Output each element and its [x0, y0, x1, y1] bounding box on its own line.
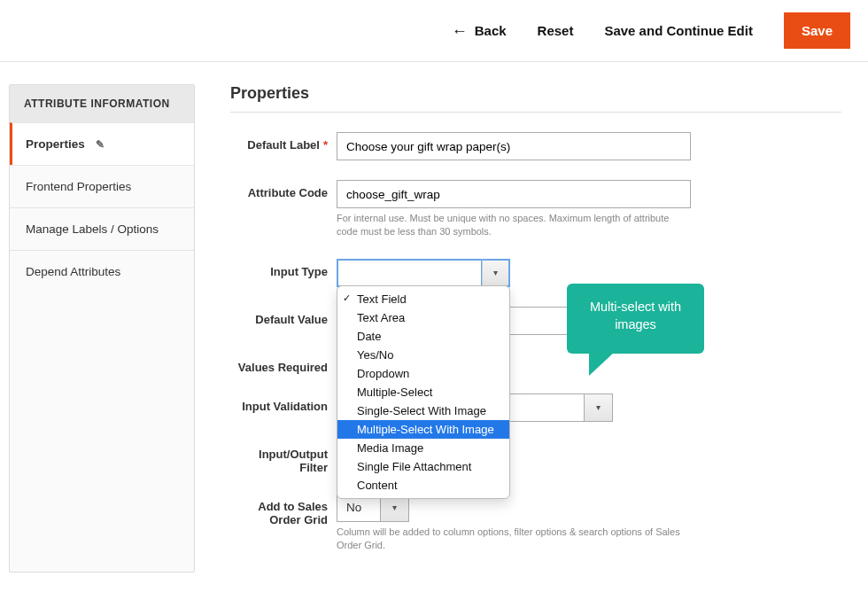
save-button[interactable]: Save: [784, 12, 850, 49]
input-type-option[interactable]: Single File Attachment: [337, 457, 509, 476]
label-default-label: Default Label*: [230, 132, 337, 152]
tooltip-callout: Multi-select with images: [567, 284, 704, 354]
page-title: Properties: [230, 84, 841, 113]
sidebar: ATTRIBUTE INFORMATION Properties ✎ Front…: [9, 84, 195, 573]
pencil-icon: ✎: [96, 138, 105, 151]
label-input-validation: Input Validation: [230, 394, 337, 413]
input-type-option[interactable]: Text Area: [337, 308, 509, 327]
attribute-code-input[interactable]: [337, 180, 691, 208]
input-type-option[interactable]: Yes/No: [337, 346, 509, 364]
input-type-option[interactable]: Dropdown: [337, 364, 509, 383]
row-add-to-grid: Add to Sales Order Grid No ▾ Column will…: [230, 494, 841, 553]
row-input-type: Input Type ▾ Text FieldText AreaDateYes/…: [230, 259, 841, 287]
note-attribute-code: For internal use. Must be unique with no…: [337, 212, 691, 239]
top-toolbar: ← Back Reset Save and Continue Edit Save: [0, 0, 868, 62]
note-add-to-grid: Column will be added to column options, …: [337, 526, 691, 553]
input-type-option[interactable]: Content: [337, 476, 509, 495]
reset-button[interactable]: Reset: [538, 23, 574, 38]
row-default-label: Default Label*: [230, 132, 841, 160]
sidebar-item-properties[interactable]: Properties ✎: [10, 122, 194, 165]
row-default-value: Default Value: [230, 307, 841, 335]
arrow-left-icon: ←: [452, 23, 468, 39]
input-type-option[interactable]: Multiple-Select With Image: [337, 420, 509, 439]
input-type-select[interactable]: [337, 259, 482, 287]
input-type-option[interactable]: Multiple-Select: [337, 383, 509, 401]
sidebar-item-frontend-properties[interactable]: Frontend Properties: [10, 165, 194, 207]
sidebar-item-label: Properties: [26, 137, 85, 151]
label-default-value: Default Value: [230, 307, 337, 326]
label-attribute-code: Attribute Code: [230, 180, 337, 199]
label-input-type: Input Type: [230, 259, 337, 278]
input-type-option[interactable]: Text Field: [337, 290, 509, 308]
content-pane: Properties Default Label* Attribute Code…: [230, 84, 850, 573]
sidebar-item-manage-labels[interactable]: Manage Labels / Options: [10, 207, 194, 250]
row-input-validation: Input Validation ▾: [230, 394, 841, 422]
label-io-filter: Input/Output Filter: [230, 441, 337, 474]
sidebar-item-depend-attributes[interactable]: Depend Attributes: [10, 250, 194, 292]
input-type-option[interactable]: Date: [337, 327, 509, 346]
default-label-input[interactable]: [337, 132, 691, 160]
chevron-down-icon[interactable]: ▾: [585, 394, 613, 422]
label-values-required: Values Required: [230, 355, 337, 374]
back-button[interactable]: ← Back: [452, 23, 507, 39]
label-add-to-grid: Add to Sales Order Grid: [230, 494, 337, 526]
sidebar-items: Properties ✎ Frontend Properties Manage …: [10, 122, 194, 292]
row-values-required: Values Required: [230, 355, 841, 374]
back-label: Back: [475, 23, 507, 38]
row-io-filter: Input/Output Filter None ▾: [230, 441, 841, 474]
row-attribute-code: Attribute Code For internal use. Must be…: [230, 180, 841, 239]
chevron-down-icon[interactable]: ▾: [482, 259, 510, 287]
input-type-dropdown: Text FieldText AreaDateYes/NoDropdownMul…: [337, 285, 510, 499]
sidebar-title: ATTRIBUTE INFORMATION: [10, 85, 194, 122]
save-continue-button[interactable]: Save and Continue Edit: [604, 23, 753, 38]
input-type-option[interactable]: Media Image: [337, 439, 509, 457]
input-type-option[interactable]: Single-Select With Image: [337, 401, 509, 420]
